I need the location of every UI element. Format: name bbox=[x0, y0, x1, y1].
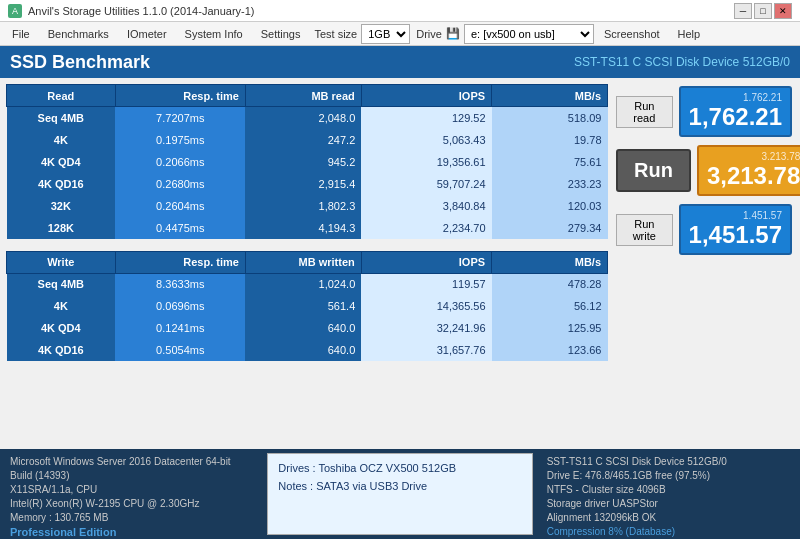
right-panel: Run read 1.762.21 1,762.21 Run 3.213.78 … bbox=[614, 84, 794, 361]
read-score-small: 1.762.21 bbox=[689, 92, 782, 103]
write-cell-3: 32,241.96 bbox=[361, 317, 491, 339]
sys-line3: Intel(R) Xeon(R) W-2195 CPU @ 2.30GHz bbox=[10, 497, 253, 511]
write-cell-3: 14,365.56 bbox=[361, 295, 491, 317]
col-mbs-write: MB/s bbox=[492, 251, 608, 273]
read-cell-3: 129.52 bbox=[361, 107, 491, 129]
sys-line2: X11SRA/1.1a, CPU bbox=[10, 483, 253, 497]
read-cell-2: 945.2 bbox=[245, 151, 361, 173]
col-mb-written: MB written bbox=[245, 251, 361, 273]
read-cell-0: 4K bbox=[7, 129, 116, 151]
read-cell-0: 32K bbox=[7, 195, 116, 217]
titlebar-title: Anvil's Storage Utilities 1.1.0 (2014-Ja… bbox=[28, 5, 254, 17]
total-score-box: 3.213.78 3,213.78 bbox=[697, 145, 800, 196]
read-cell-4: 233.23 bbox=[492, 173, 608, 195]
minimize-button[interactable]: ─ bbox=[734, 3, 752, 19]
total-score-large: 3,213.78 bbox=[707, 162, 800, 190]
test-size-label: Test size bbox=[314, 28, 357, 40]
drive-icon: 💾 bbox=[446, 27, 460, 40]
read-score-large: 1,762.21 bbox=[689, 103, 782, 131]
read-cell-1: 0.2604ms bbox=[115, 195, 245, 217]
write-header-row: Write Resp. time MB written IOPS MB/s bbox=[7, 251, 608, 273]
titlebar: A Anvil's Storage Utilities 1.1.0 (2014-… bbox=[0, 0, 800, 22]
read-cell-0: 4K QD4 bbox=[7, 151, 116, 173]
col-read: Read bbox=[7, 85, 116, 107]
col-iops-read: IOPS bbox=[361, 85, 491, 107]
write-cell-4: 478.28 bbox=[492, 273, 608, 295]
read-cell-3: 19,356.61 bbox=[361, 151, 491, 173]
help-button[interactable]: Help bbox=[670, 25, 709, 43]
menu-settings[interactable]: Settings bbox=[253, 25, 309, 43]
read-cell-1: 0.2680ms bbox=[115, 173, 245, 195]
read-table-row: 4K QD160.2680ms2,915.459,707.24233.23 bbox=[7, 173, 608, 195]
write-cell-1: 8.3633ms bbox=[115, 273, 245, 295]
write-score-small: 1.451.57 bbox=[689, 210, 782, 221]
write-cell-1: 0.0696ms bbox=[115, 295, 245, 317]
write-cell-2: 561.4 bbox=[245, 295, 361, 317]
test-size-select[interactable]: 1GB bbox=[361, 24, 410, 44]
menu-file[interactable]: File bbox=[4, 25, 38, 43]
read-cell-0: Seq 4MB bbox=[7, 107, 116, 129]
status-middle: Drives : Toshiba OCZ VX500 512GB Notes :… bbox=[267, 453, 532, 535]
write-cell-0: Seq 4MB bbox=[7, 273, 116, 295]
read-cell-1: 0.2066ms bbox=[115, 151, 245, 173]
write-cell-1: 0.1241ms bbox=[115, 317, 245, 339]
table-area: Read Resp. time MB read IOPS MB/s Seq 4M… bbox=[6, 84, 608, 361]
read-cell-4: 279.34 bbox=[492, 217, 608, 239]
screenshot-button[interactable]: Screenshot bbox=[596, 25, 668, 43]
menu-benchmarks[interactable]: Benchmarks bbox=[40, 25, 117, 43]
write-cell-4: 56.12 bbox=[492, 295, 608, 317]
read-cell-0: 128K bbox=[7, 217, 116, 239]
write-cell-1: 0.5054ms bbox=[115, 339, 245, 361]
read-table-row: Seq 4MB7.7207ms2,048.0129.52518.09 bbox=[7, 107, 608, 129]
write-score-large: 1,451.57 bbox=[689, 221, 782, 249]
write-score-box: 1.451.57 1,451.57 bbox=[679, 204, 792, 255]
write-cell-3: 31,657.76 bbox=[361, 339, 491, 361]
read-cell-2: 247.2 bbox=[245, 129, 361, 151]
run-total-group: Run 3.213.78 3,213.78 bbox=[616, 145, 792, 196]
run-write-button[interactable]: Run write bbox=[616, 214, 673, 246]
close-button[interactable]: ✕ bbox=[774, 3, 792, 19]
write-table-row: 4K0.0696ms561.414,365.5656.12 bbox=[7, 295, 608, 317]
write-cell-0: 4K bbox=[7, 295, 116, 317]
write-cell-2: 640.0 bbox=[245, 317, 361, 339]
menubar: File Benchmarks IOmeter System Info Sett… bbox=[0, 22, 800, 46]
read-cell-1: 0.1975ms bbox=[115, 129, 245, 151]
sys-line1: Microsoft Windows Server 2016 Datacenter… bbox=[10, 455, 253, 483]
col-resp-time-w: Resp. time bbox=[115, 251, 245, 273]
read-table-row: 4K0.1975ms247.25,063.4319.78 bbox=[7, 129, 608, 151]
write-cell-2: 1,024.0 bbox=[245, 273, 361, 295]
col-write: Write bbox=[7, 251, 116, 273]
disk-line3: NTFS - Cluster size 4096B bbox=[547, 483, 790, 497]
run-button[interactable]: Run bbox=[616, 149, 691, 192]
sys-line4: Memory : 130.765 MB bbox=[10, 511, 253, 525]
menu-iometer[interactable]: IOmeter bbox=[119, 25, 175, 43]
run-read-button[interactable]: Run read bbox=[616, 96, 673, 128]
disk-line7: Compression 8% (Database) bbox=[547, 525, 790, 539]
read-cell-0: 4K QD16 bbox=[7, 173, 116, 195]
disk-line6: Alignment 132096kB OK bbox=[547, 511, 790, 525]
read-cell-4: 19.78 bbox=[492, 129, 608, 151]
col-mbs-read: MB/s bbox=[492, 85, 608, 107]
window-controls[interactable]: ─ □ ✕ bbox=[734, 3, 792, 19]
read-cell-1: 7.7207ms bbox=[115, 107, 245, 129]
write-cell-2: 640.0 bbox=[245, 339, 361, 361]
read-table-row: 128K0.4475ms4,194.32,234.70279.34 bbox=[7, 217, 608, 239]
test-size-group: Test size 1GB bbox=[314, 24, 410, 44]
menu-systeminfo[interactable]: System Info bbox=[177, 25, 251, 43]
read-score-group: Run read 1.762.21 1,762.21 bbox=[616, 86, 792, 137]
write-cell-4: 125.95 bbox=[492, 317, 608, 339]
read-cell-2: 2,048.0 bbox=[245, 107, 361, 129]
maximize-button[interactable]: □ bbox=[754, 3, 772, 19]
drive-select[interactable]: e: [vx500 on usb] bbox=[464, 24, 594, 44]
write-table: Write Resp. time MB written IOPS MB/s Se… bbox=[6, 251, 608, 362]
read-cell-3: 3,840.84 bbox=[361, 195, 491, 217]
read-header-row: Read Resp. time MB read IOPS MB/s bbox=[7, 85, 608, 107]
read-score-box: 1.762.21 1,762.21 bbox=[679, 86, 792, 137]
read-cell-3: 5,063.43 bbox=[361, 129, 491, 151]
ssd-benchmark-title: SSD Benchmark bbox=[10, 52, 150, 73]
disk-line2: Drive E: 476.8/465.1GB free (97.5%) bbox=[547, 469, 790, 483]
write-cell-4: 123.66 bbox=[492, 339, 608, 361]
status-bar: Microsoft Windows Server 2016 Datacenter… bbox=[0, 449, 800, 539]
write-table-row: 4K QD160.5054ms640.031,657.76123.66 bbox=[7, 339, 608, 361]
status-left: Microsoft Windows Server 2016 Datacenter… bbox=[0, 449, 263, 539]
